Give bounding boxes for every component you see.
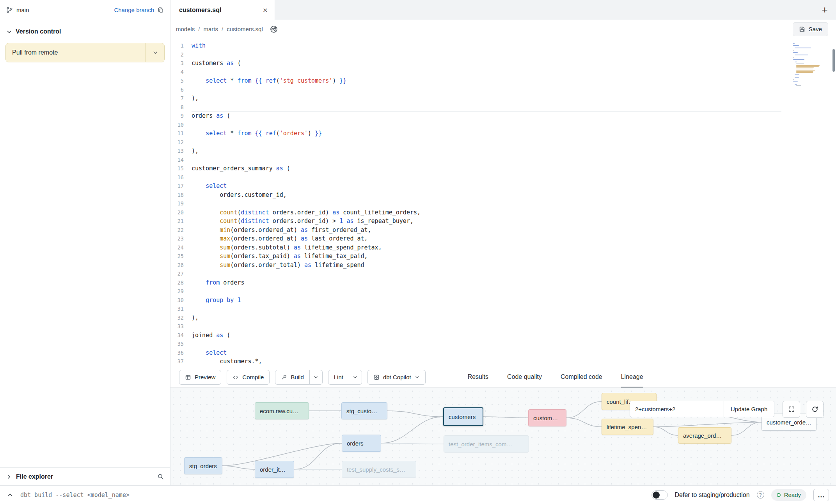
code-line[interactable]: 33: [170, 322, 836, 331]
tab-results[interactable]: Results: [468, 367, 488, 387]
code-line[interactable]: 13),: [170, 147, 836, 156]
code-line[interactable]: 19: [170, 199, 836, 208]
code-line[interactable]: 29: [170, 287, 836, 296]
code-line[interactable]: 14: [170, 156, 836, 164]
compile-button[interactable]: Compile: [227, 370, 270, 385]
breadcrumb-models[interactable]: models: [176, 26, 195, 32]
code-line[interactable]: 10: [170, 120, 836, 129]
change-branch-link[interactable]: Change branch: [114, 7, 154, 13]
code-line[interactable]: 7),: [170, 94, 836, 103]
code-line[interactable]: 37 customers.*,: [170, 357, 836, 366]
code-line[interactable]: 5 select * from {{ ref('stg_customers') …: [170, 76, 836, 85]
code-line[interactable]: 4: [170, 68, 836, 77]
code-line[interactable]: 21 count(distinct orders.order_id) > 1 a…: [170, 217, 836, 226]
lineage-node-lifetime_spend[interactable]: lifetime_spen…: [602, 419, 653, 435]
line-number: 27: [170, 269, 192, 278]
tab-code-quality[interactable]: Code quality: [507, 367, 542, 387]
editor-minimap[interactable]: [793, 43, 825, 86]
lineage-node-order_items[interactable]: order_it…: [255, 461, 294, 478]
code-line[interactable]: 18 orders.customer_id,: [170, 191, 836, 200]
dbt-copilot-button[interactable]: dbt Copilot: [367, 370, 426, 385]
code-line[interactable]: 28 from orders: [170, 278, 836, 287]
search-icon[interactable]: [157, 473, 164, 480]
build-options-caret[interactable]: [309, 370, 323, 385]
code-line[interactable]: 11 select * from {{ ref('orders') }}: [170, 129, 836, 138]
update-graph-button[interactable]: Update Graph: [724, 401, 774, 417]
lineage-node-test_supply[interactable]: test_supply_costs_s…: [342, 461, 416, 478]
code-line[interactable]: 17 select: [170, 182, 836, 191]
new-tab-button[interactable]: +: [813, 0, 836, 20]
lineage-node-customers2[interactable]: custom…: [528, 409, 566, 426]
code-editor[interactable]: 1with23customers as (45 select * from {{…: [170, 38, 836, 367]
code-line[interactable]: 35: [170, 340, 836, 348]
breadcrumb: models / marts / customers.sql: [176, 26, 263, 32]
status-bar: dbt build --select <model_name> Defer to…: [0, 485, 836, 504]
code-line[interactable]: 16: [170, 173, 836, 182]
cli-command-text[interactable]: dbt build --select <model_name>: [20, 492, 130, 499]
code-line[interactable]: 36 select: [170, 348, 836, 357]
code-line[interactable]: 22 min(orders.ordered_at) as first_order…: [170, 226, 836, 235]
build-split-button: Build: [275, 370, 322, 385]
code-line[interactable]: 26 sum(orders.order_total) as lifetime_s…: [170, 261, 836, 270]
lineage-refresh-button[interactable]: [806, 401, 824, 418]
pull-from-remote-button[interactable]: Pull from remote: [6, 43, 146, 62]
lineage-fullscreen-button[interactable]: [783, 401, 800, 418]
branch-bar: main Change branch: [0, 0, 170, 20]
code-line[interactable]: 27: [170, 269, 836, 278]
version-control-header[interactable]: Version control: [0, 20, 170, 41]
lineage-node-stg_customers[interactable]: stg_custo…: [341, 402, 387, 419]
code-line[interactable]: 1with: [170, 41, 836, 50]
code-line[interactable]: 3customers as (: [170, 59, 836, 68]
code-line[interactable]: 25 sum(orders.tax_paid) as lifetime_tax_…: [170, 252, 836, 261]
close-tab-icon[interactable]: ×: [263, 6, 268, 14]
code-line[interactable]: 9orders as (: [170, 111, 836, 120]
code-line[interactable]: 30 group by 1: [170, 296, 836, 305]
breadcrumb-marts[interactable]: marts: [204, 26, 218, 32]
line-number: 5: [170, 76, 192, 85]
code-line[interactable]: 12: [170, 138, 836, 147]
code-line[interactable]: 34joined as (: [170, 331, 836, 340]
code-line[interactable]: 8: [170, 103, 836, 112]
lineage-selector-input[interactable]: [630, 401, 724, 417]
lineage-node-ecom[interactable]: ecom.raw.cu…: [255, 402, 309, 419]
code-line[interactable]: 20 count(distinct orders.order_id) as co…: [170, 208, 836, 217]
lineage-node-test_order_items[interactable]: test_order_items_com…: [444, 435, 529, 453]
status-badge: Ready: [771, 489, 806, 501]
line-number: 32: [170, 313, 192, 322]
lineage-canvas[interactable]: ecom.raw.cu…stg_custo…customerscustom…co…: [170, 388, 836, 485]
lint-options-caret[interactable]: [349, 370, 362, 385]
code-line[interactable]: 32),: [170, 313, 836, 322]
code-line[interactable]: 2: [170, 50, 836, 59]
line-number: 24: [170, 243, 192, 252]
pull-options-caret[interactable]: [146, 43, 164, 62]
lineage-node-orders[interactable]: orders: [342, 435, 381, 452]
code-line[interactable]: 15customer_orders_summary as (: [170, 164, 836, 173]
line-number: 33: [170, 322, 192, 331]
lint-button[interactable]: Lint: [328, 370, 349, 385]
help-icon[interactable]: ?: [757, 491, 764, 499]
lineage-node-average_order[interactable]: average_ord…: [678, 427, 731, 444]
tab-lineage[interactable]: Lineage: [621, 367, 643, 387]
build-button[interactable]: Build: [275, 370, 309, 385]
line-number: 1: [170, 41, 192, 50]
file-explorer-header[interactable]: File explorer: [0, 467, 170, 485]
lineage-node-stg_orders[interactable]: stg_orders: [184, 457, 222, 474]
tab-compiled-code[interactable]: Compiled code: [561, 367, 602, 387]
breadcrumb-bar: models / marts / customers.sql: [170, 20, 836, 38]
editor-scrollbar-thumb[interactable]: [832, 49, 835, 72]
code-line[interactable]: 24 sum(orders.subtotal) as lifetime_spen…: [170, 243, 836, 252]
view-lineage-icon[interactable]: [267, 22, 281, 36]
line-number: 13: [170, 147, 192, 156]
preview-button[interactable]: Preview: [179, 370, 221, 385]
chevron-up-icon[interactable]: [7, 492, 13, 498]
copy-branch-icon[interactable]: [158, 7, 164, 13]
code-line[interactable]: 23 max(orders.ordered_at) as last_ordere…: [170, 234, 836, 243]
save-button[interactable]: Save: [793, 22, 828, 36]
defer-toggle[interactable]: [651, 490, 668, 500]
code-line[interactable]: 6: [170, 85, 836, 94]
breadcrumb-file[interactable]: customers.sql: [227, 26, 263, 32]
more-options-button[interactable]: …: [813, 489, 829, 501]
lineage-node-customers[interactable]: customers: [443, 407, 483, 426]
code-line[interactable]: 31: [170, 304, 836, 313]
tab-customers-sql[interactable]: customers.sql ×: [170, 0, 275, 20]
